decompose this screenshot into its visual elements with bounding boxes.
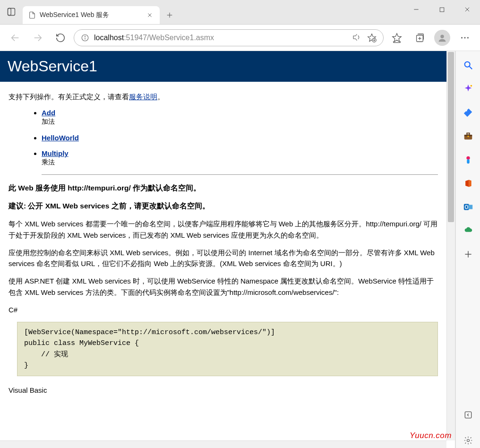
forward-button[interactable] xyxy=(28,28,47,47)
scrollbar-thumb[interactable] xyxy=(448,52,454,222)
svg-point-38 xyxy=(466,156,470,160)
svg-rect-37 xyxy=(467,136,469,137)
browser-toolbar: localhost:51947/WebService1.asmx xyxy=(0,25,480,51)
edge-sidebar xyxy=(455,51,480,448)
operation-desc: 加法 xyxy=(42,118,438,126)
service-description-link[interactable]: 服务说明 xyxy=(129,93,157,101)
svg-point-26 xyxy=(440,34,444,38)
svg-point-29 xyxy=(467,37,469,38)
svg-point-28 xyxy=(464,37,466,38)
svg-rect-7 xyxy=(440,8,444,12)
namespace-line: 此 Web 服务使用 http://tempuri.org/ 作为默认命名空间。 xyxy=(9,182,438,194)
horizontal-scrollbar[interactable] xyxy=(0,440,446,448)
page-title: WebService1 xyxy=(0,51,446,82)
maximize-button[interactable] xyxy=(429,0,454,19)
profile-button[interactable] xyxy=(433,28,452,47)
advice-line: 建议: 公开 XML Web services 之前，请更改默认命名空间。 xyxy=(9,200,438,212)
close-window-button[interactable] xyxy=(454,0,480,19)
svg-marker-19 xyxy=(393,33,401,41)
paragraph: 应使用您控制的命名空间来标识 XML Web services。例如，可以使用公… xyxy=(9,247,438,269)
onedrive-sidebar-icon[interactable] xyxy=(463,225,474,236)
svg-rect-36 xyxy=(467,133,470,135)
operations-list: Add 加法 HelloWorld Multiply 乘法 xyxy=(42,109,438,167)
more-button[interactable] xyxy=(455,28,474,47)
divider xyxy=(42,174,438,175)
window-controls xyxy=(403,0,480,19)
favorites-button[interactable] xyxy=(387,28,406,47)
shopping-sidebar-icon[interactable] xyxy=(463,107,474,118)
page-content: WebService1 支持下列操作。有关正式定义，请查看服务说明。 Add 加… xyxy=(0,51,446,440)
svg-rect-0 xyxy=(8,9,15,16)
outlook-sidebar-icon[interactable] xyxy=(463,201,474,213)
operation-link-multiply[interactable]: Multiply xyxy=(42,149,69,157)
add-favorite-icon[interactable] xyxy=(367,33,377,43)
site-info-icon[interactable] xyxy=(81,34,89,42)
workspace: WebService1 支持下列操作。有关正式定义，请查看服务说明。 Add 加… xyxy=(0,51,480,448)
read-aloud-icon[interactable] xyxy=(352,33,360,43)
svg-point-33 xyxy=(465,110,467,112)
intro-line: 支持下列操作。有关正式定义，请查看服务说明。 xyxy=(9,91,438,102)
add-sidebar-icon[interactable] xyxy=(463,249,474,260)
tools-sidebar-icon[interactable] xyxy=(463,130,474,142)
vertical-scrollbar[interactable] xyxy=(446,51,455,440)
settings-sidebar-icon[interactable] xyxy=(463,435,474,446)
svg-rect-1 xyxy=(8,9,11,16)
list-item: Multiply 乘法 xyxy=(42,149,438,167)
operation-link-add[interactable]: Add xyxy=(42,109,55,117)
url-text: localhost:51947/WebService1.asmx xyxy=(94,34,347,42)
discover-sidebar-icon[interactable] xyxy=(463,83,474,95)
window-titlebar: WebService1 Web 服务 xyxy=(0,0,480,25)
svg-line-31 xyxy=(469,67,472,69)
refresh-button[interactable] xyxy=(51,28,70,47)
svg-point-27 xyxy=(461,37,463,38)
list-item: HelloWorld xyxy=(42,134,438,142)
page-viewport: WebService1 支持下列操作。有关正式定义，请查看服务说明。 Add 加… xyxy=(0,51,455,448)
new-tab-button[interactable] xyxy=(160,6,180,24)
svg-point-32 xyxy=(470,85,472,87)
back-button[interactable] xyxy=(6,28,25,47)
svg-point-46 xyxy=(467,439,469,442)
svg-rect-45 xyxy=(465,412,471,418)
browser-tab[interactable]: WebService1 Web 服务 xyxy=(23,6,160,24)
csharp-code-block: [WebService(Namespace="http://microsoft.… xyxy=(17,322,438,376)
collapse-sidebar-icon[interactable] xyxy=(463,409,474,421)
paragraph: 每个 XML Web services 都需要一个唯一的命名空间，以便客户端应用… xyxy=(9,218,438,241)
operation-desc: 乘法 xyxy=(42,158,438,167)
minimize-button[interactable] xyxy=(403,0,429,19)
close-tab-icon[interactable] xyxy=(146,12,154,18)
svg-rect-41 xyxy=(468,205,472,209)
document-icon xyxy=(28,11,36,19)
svg-rect-39 xyxy=(467,159,470,164)
search-sidebar-icon[interactable] xyxy=(463,60,474,71)
address-bar[interactable]: localhost:51947/WebService1.asmx xyxy=(74,29,384,46)
office-sidebar-icon[interactable] xyxy=(463,178,474,189)
csharp-label: C# xyxy=(9,304,438,315)
games-sidebar-icon[interactable] xyxy=(463,154,474,165)
svg-point-14 xyxy=(85,36,85,36)
tab-title: WebService1 Web 服务 xyxy=(40,11,142,19)
collections-button[interactable] xyxy=(410,28,429,47)
paragraph: 使用 ASP.NET 创建 XML Web services 时，可以使用 We… xyxy=(9,276,438,298)
operation-link-helloworld[interactable]: HelloWorld xyxy=(42,134,79,142)
svg-point-30 xyxy=(464,62,470,67)
vb-label: Visual Basic xyxy=(9,385,438,396)
list-item: Add 加法 xyxy=(42,109,438,126)
workspaces-icon[interactable] xyxy=(0,0,23,24)
